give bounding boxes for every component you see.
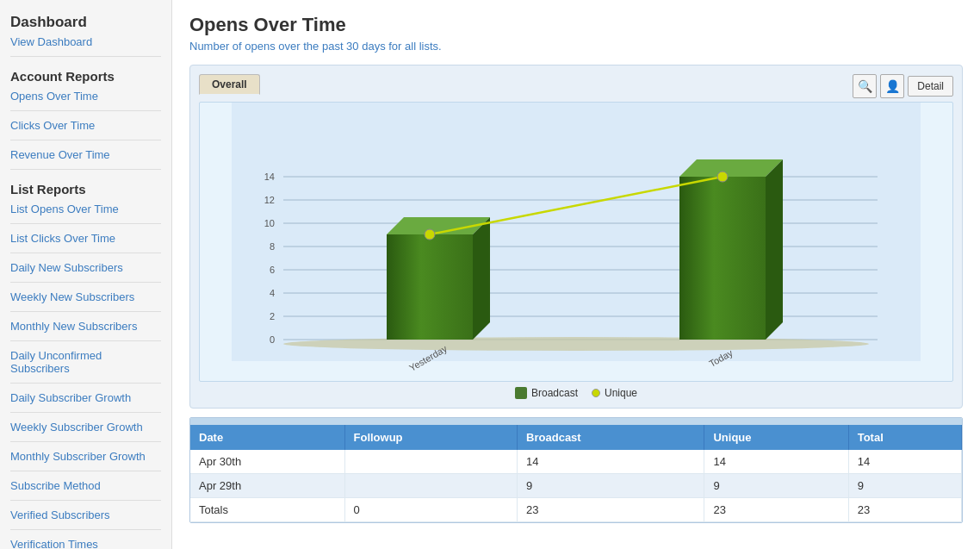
col-unique: Unique: [704, 425, 848, 450]
broadcast-legend-label: Broadcast: [531, 387, 578, 399]
col-followup: Followup: [344, 425, 518, 450]
cell-total: 14: [848, 450, 961, 474]
table-row: Totals0232323: [190, 498, 962, 522]
chart-svg-wrapper: 0 2 4 6 8 10 12 14: [199, 102, 953, 382]
main-content: Opens Over Time Number of opens over the…: [172, 0, 980, 549]
svg-text:4: 4: [270, 288, 275, 298]
svg-text:8: 8: [270, 241, 275, 252]
cell-total: 9: [848, 474, 961, 498]
bar-today: [679, 177, 766, 340]
list-clicks-over-time-link[interactable]: List Clicks Over Time: [10, 229, 161, 247]
verified-subscribers-link[interactable]: Verified Subscribers: [10, 506, 161, 524]
list-reports-title: List Reports: [10, 182, 161, 197]
broadcast-legend-item: Broadcast: [515, 387, 578, 399]
svg-text:10: 10: [264, 218, 275, 228]
table-row: Apr 30th141414: [190, 450, 962, 474]
col-date: Date: [190, 425, 344, 450]
table-header-row: Date Followup Broadcast Unique Total: [190, 425, 962, 450]
col-broadcast: Broadcast: [518, 425, 704, 450]
page-subtitle: Number of opens over the past 30 days fo…: [189, 40, 963, 53]
svg-point-17: [283, 337, 869, 351]
cell-followup: 0: [344, 498, 518, 522]
unique-dot-yesterday: [425, 229, 435, 240]
dashboard-title: Dashboard: [10, 14, 161, 31]
weekly-new-subscribers-link[interactable]: Weekly New Subscribers: [10, 288, 161, 306]
bar-yesterday-side: [473, 217, 490, 340]
svg-text:2: 2: [270, 311, 275, 321]
table-row: Apr 29th999: [190, 474, 962, 498]
cell-followup: [344, 450, 518, 474]
table-header-bar: [190, 418, 962, 425]
monthly-subscriber-growth-link[interactable]: Monthly Subscriber Growth: [10, 447, 161, 465]
list-opens-over-time-link[interactable]: List Opens Over Time: [10, 200, 161, 218]
svg-text:12: 12: [264, 195, 275, 205]
view-dashboard-link[interactable]: View Dashboard: [10, 33, 161, 51]
broadcast-legend-icon: [515, 387, 527, 399]
clicks-over-time-link[interactable]: Clicks Over Time: [10, 116, 161, 134]
verification-times-link[interactable]: Verification Times: [10, 535, 161, 549]
svg-text:14: 14: [264, 172, 275, 182]
cell-unique: 14: [704, 450, 848, 474]
monthly-new-subscribers-link[interactable]: Monthly New Subscribers: [10, 317, 161, 335]
cell-broadcast: 9: [518, 474, 704, 498]
svg-text:6: 6: [270, 265, 275, 275]
table-body: Apr 30th141414Apr 29th999Totals0232323: [190, 450, 962, 522]
bar-today-top: [679, 159, 783, 177]
daily-subscriber-growth-link[interactable]: Daily Subscriber Growth: [10, 389, 161, 407]
page-title: Opens Over Time: [189, 14, 963, 36]
weekly-subscriber-growth-link[interactable]: Weekly Subscriber Growth: [10, 418, 161, 436]
detail-button[interactable]: Detail: [908, 76, 953, 97]
col-total: Total: [848, 425, 961, 450]
daily-new-subscribers-link[interactable]: Daily New Subscribers: [10, 259, 161, 277]
cell-broadcast: 23: [518, 498, 704, 522]
cell-date: Apr 30th: [190, 450, 344, 474]
unique-dot-today: [717, 172, 728, 182]
account-reports-section: Account Reports Opens Over Time Clicks O…: [10, 69, 161, 170]
chart-legend: Broadcast Unique: [199, 387, 953, 399]
bar-today-side: [766, 159, 783, 340]
search-button[interactable]: 🔍: [853, 74, 877, 98]
cell-date: Apr 29th: [190, 474, 344, 498]
cell-date: Totals: [190, 498, 344, 522]
svg-rect-0: [232, 103, 921, 361]
unique-legend-item: Unique: [592, 387, 637, 399]
data-table-wrapper: Date Followup Broadcast Unique Total Apr…: [189, 417, 963, 523]
cell-broadcast: 14: [518, 450, 704, 474]
search-icon: 🔍: [858, 79, 872, 93]
cell-unique: 9: [704, 474, 848, 498]
bar-yesterday: [387, 234, 473, 340]
chart-container: Overall 🔍 👤 Detail 0 2: [189, 65, 963, 409]
svg-text:0: 0: [270, 334, 275, 345]
cell-unique: 23: [704, 498, 848, 522]
daily-unconfirmed-subscribers-link[interactable]: Daily Unconfirmed Subscribers: [10, 346, 161, 377]
chart-tabs: Overall: [199, 74, 953, 95]
chart-toolbar: 🔍 👤 Detail: [853, 74, 953, 98]
subscribe-method-link[interactable]: Subscribe Method: [10, 477, 161, 495]
data-table: Date Followup Broadcast Unique Total Apr…: [190, 425, 962, 522]
account-reports-title: Account Reports: [10, 69, 161, 84]
revenue-over-time-link[interactable]: Revenue Over Time: [10, 146, 161, 164]
user-icon: 👤: [885, 79, 900, 93]
list-reports-section: List Reports List Opens Over Time List C…: [10, 182, 161, 549]
overall-tab[interactable]: Overall: [199, 74, 260, 95]
unique-legend-icon: [592, 389, 600, 397]
user-button[interactable]: 👤: [880, 74, 904, 98]
chart-svg: 0 2 4 6 8 10 12 14: [200, 103, 952, 378]
sidebar: Dashboard View Dashboard Account Reports…: [0, 0, 172, 549]
opens-over-time-link[interactable]: Opens Over Time: [10, 87, 161, 105]
cell-total: 23: [848, 498, 961, 522]
unique-legend-label: Unique: [605, 387, 637, 399]
cell-followup: [344, 474, 518, 498]
